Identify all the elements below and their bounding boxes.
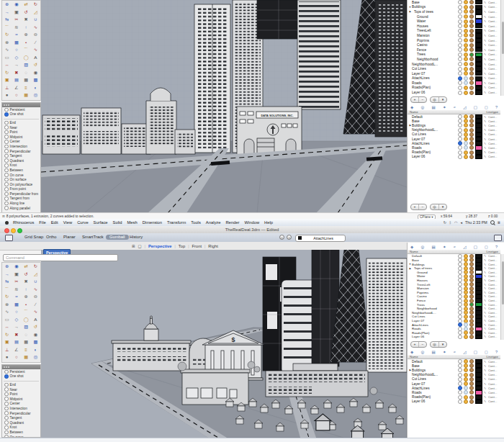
layer-row[interactable]: Houses Cont... — [408, 24, 500, 29]
layer-row[interactable]: Trees Cont... — [408, 53, 500, 58]
bluetooth-icon[interactable]: ᛒ — [449, 220, 451, 225]
visibility-bulb-icon[interactable] — [464, 67, 468, 71]
layer-row[interactable]: ▶ Tops of trees Cont... — [408, 9, 500, 14]
layer-row[interactable]: Default Cont... — [408, 114, 500, 119]
layer-row[interactable]: Default Cont... — [408, 359, 500, 364]
tab-perspective[interactable]: Perspective — [148, 244, 172, 248]
fillet-icon[interactable]: ⌒ — [2, 24, 12, 32]
osnap-item[interactable]: Point — [2, 392, 40, 397]
layer-row[interactable]: Neighborhood Cont... — [408, 307, 500, 311]
add-layer-button[interactable]: + — [411, 97, 419, 102]
panel-icon[interactable]: ◎ — [420, 350, 424, 354]
checkbox-icon[interactable] — [4, 407, 9, 411]
pan-icon[interactable]: ⇄ — [22, 1, 31, 9]
current-layer-radio[interactable] — [458, 29, 462, 33]
osnap-item[interactable]: Tangent from — [2, 197, 40, 202]
current-layer-radio[interactable] — [458, 395, 462, 400]
zoom-window-icon[interactable]: ◉ — [12, 263, 21, 271]
rotate-view-icon[interactable]: ↻ — [31, 263, 40, 271]
current-layer-radio[interactable] — [458, 128, 462, 132]
checkbox-icon[interactable] — [4, 402, 9, 406]
layer-row[interactable]: Mansion Cont... — [408, 287, 500, 291]
circle-icon[interactable]: ○ — [12, 46, 21, 54]
join-icon[interactable]: ∪ — [31, 16, 40, 24]
osnap-mode[interactable]: One shot — [2, 112, 40, 117]
layer-row[interactable]: Poprims Cont... — [408, 290, 500, 294]
checkbox-icon[interactable] — [4, 420, 9, 425]
visibility-bulb-icon[interactable] — [464, 0, 468, 4]
osnap-item[interactable]: Midpoint — [2, 135, 40, 140]
apple-menu-icon[interactable] — [5, 221, 9, 225]
visibility-bulb-icon[interactable] — [464, 48, 468, 52]
osnap-item[interactable]: Center — [2, 402, 40, 407]
layer-menu-button[interactable]: ▾ — [439, 342, 446, 347]
pan-icon[interactable]: ⇄ — [22, 263, 31, 271]
move-icon[interactable]: → — [2, 271, 12, 279]
layer-row[interactable]: AttachLines Cont... — [408, 141, 500, 145]
layer-row[interactable]: Layer 07 Cont... — [408, 137, 500, 141]
visibility-bulb-icon[interactable] — [464, 43, 468, 48]
split-icon[interactable]: ✖ — [22, 278, 31, 286]
panel-icon[interactable]: ◿ — [463, 245, 466, 249]
boolean-intersect-icon[interactable]: ⊗ — [2, 39, 12, 47]
osnap-item[interactable]: End — [2, 120, 40, 125]
checkbox-icon[interactable] — [4, 187, 9, 191]
layer-row[interactable]: Base Cont... — [408, 0, 500, 5]
menu-item[interactable]: Mesh — [127, 220, 137, 225]
panel-icon[interactable]: ▤ — [432, 350, 436, 354]
offset-icon[interactable]: ≋ — [12, 24, 21, 32]
current-layer-radio[interactable] — [458, 141, 462, 145]
menu-item[interactable]: Tools — [191, 220, 201, 225]
current-layer-radio[interactable] — [458, 53, 462, 57]
current-layer-radio[interactable] — [458, 137, 462, 141]
hatch-icon[interactable]: ▨ — [22, 61, 31, 69]
layers-icon[interactable]: ▤ — [12, 76, 21, 84]
layer-color-swatch[interactable] — [475, 48, 482, 52]
visibility-bulb-icon[interactable] — [464, 364, 468, 368]
sweep-icon[interactable]: ≈ — [12, 293, 21, 301]
menu-item[interactable]: View — [63, 220, 72, 225]
current-layer-radio[interactable] — [458, 81, 462, 85]
osnap-item[interactable]: Perpendicular — [2, 149, 40, 154]
trim-icon[interactable]: ✂ — [12, 16, 21, 24]
layer-row[interactable]: Roads Cont... — [408, 327, 500, 331]
layer-row[interactable]: Cut Lines Cont... — [408, 377, 500, 382]
panel-icon[interactable]: ? — [495, 105, 498, 109]
dimension-icon[interactable]: ↔ — [2, 61, 12, 69]
toggle-smarttrack[interactable]: SmartTrack — [82, 235, 104, 239]
spotlight-icon[interactable] — [490, 220, 495, 225]
mirror-icon[interactable]: ⇆ — [2, 16, 12, 24]
toggle-history[interactable]: History — [130, 235, 143, 239]
osnap-item[interactable]: Knot — [2, 425, 40, 430]
redo-icon[interactable]: ↻ — [2, 331, 12, 339]
layer-color-swatch[interactable] — [475, 0, 482, 4]
panel-icon[interactable]: ◎ — [420, 105, 424, 109]
fillet-icon[interactable]: ⌒ — [2, 286, 12, 294]
wireframe-icon[interactable]: ○ — [12, 91, 21, 99]
cplane-icon[interactable]: ▦ — [22, 353, 31, 361]
contour-icon[interactable]: ≡ — [22, 84, 31, 92]
menu-item[interactable]: Surface — [94, 220, 108, 225]
show-icon[interactable]: ◉ — [31, 69, 40, 77]
undo-icon[interactable]: ↺ — [31, 323, 40, 331]
toggle-ortho[interactable]: Ortho — [46, 235, 57, 239]
current-layer-radio[interactable] — [458, 76, 462, 81]
viewport-top-perspective[interactable]: DATA SOLUTIONS, INC. — [41, 0, 407, 213]
layer-row[interactable]: Ground Cont... — [408, 270, 500, 274]
current-layer-radio[interactable] — [458, 38, 462, 42]
layer-color-swatch[interactable] — [475, 155, 482, 159]
menu-item[interactable]: Solid — [113, 220, 122, 225]
arc-icon[interactable]: ⌒ — [22, 46, 31, 54]
current-layer-radio[interactable] — [458, 86, 462, 90]
layer-row[interactable]: Roads Cont... — [408, 390, 500, 394]
checkbox-icon[interactable] — [4, 430, 9, 435]
visibility-bulb-icon[interactable] — [464, 33, 468, 37]
layer-row[interactable]: AttachLines Cont... — [408, 386, 500, 390]
layer-row[interactable]: Ground Cont... — [408, 14, 500, 19]
current-layer-radio[interactable] — [458, 368, 462, 372]
osnap-item[interactable]: Near — [2, 125, 40, 130]
current-layer-radio[interactable] — [458, 390, 462, 394]
visibility-bulb-icon[interactable] — [464, 377, 468, 382]
osnap-icon[interactable]: ◎ — [31, 91, 40, 99]
current-layer-radio[interactable] — [458, 14, 462, 19]
